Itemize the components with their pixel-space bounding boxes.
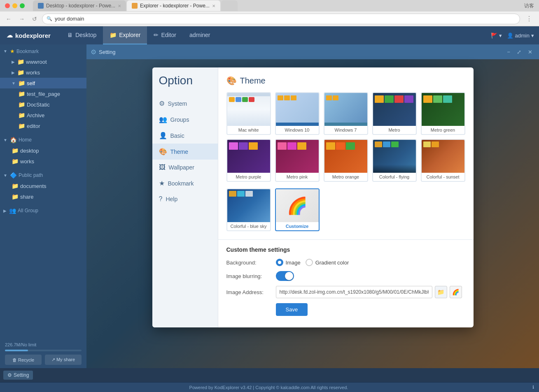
user-button[interactable]: 👤 admin ▾ [507,32,534,39]
browser-tab-3[interactable] [221,0,238,11]
theme-colorful-flying[interactable]: Colorful - flying [372,139,417,182]
flag-button[interactable]: 🚩 ▾ [491,32,502,39]
image-radio-option[interactable]: Image [276,259,301,266]
metro-purple-preview [227,140,270,173]
theme-metro-purple[interactable]: Metro purple [226,139,271,182]
sidebar-item-test-file-page[interactable]: 📁 test_file_page [0,88,86,99]
theme-metro[interactable]: Metro [372,92,417,135]
main-content: ⚙ Setting − ⤢ ✕ 小牛知识库 NIU ZHI SHI KU [86,44,539,368]
save-button[interactable]: Save [276,303,308,316]
myshare-button[interactable]: ↗ My share [45,355,82,365]
option-menu-basic[interactable]: 👤 Basic [152,128,218,144]
public-icon: 🔷 [10,172,17,179]
min-traffic-light[interactable] [12,3,17,8]
public-label: Public path [19,172,43,178]
metro-pink-preview [276,140,319,173]
explorer-icon: 📁 [110,32,117,38]
sidebar-bookmark-header[interactable]: ▼ ★ Bookmark [0,46,86,56]
browser-tab-1[interactable]: Desktop - kodexplorer - Powe... ✕ [33,0,126,11]
max-traffic-light[interactable] [20,3,25,8]
gradient-radio-circle [306,259,313,266]
close-button[interactable]: ✕ [525,48,535,56]
app: ☁ kodexplorer 🖥 Desktop 📁 Explorer ✏ Edi… [0,26,539,392]
nav-explorer[interactable]: 📁 Explorer [103,26,147,44]
background-control: Image Gradient color [276,259,349,266]
sidebar: ▼ ★ Bookmark ▶ 📁 wwwroot ▶ 📁 works ▼ 📁 [0,44,86,368]
blurring-toggle[interactable] [276,271,294,281]
nav-desktop[interactable]: 🖥 Desktop [61,26,103,44]
allgroup-label: All Group [18,208,38,213]
tab2-label: Explorer - kodexplorer - Powe... [140,3,210,9]
sidebar-item-home-works[interactable]: 📁 works [0,156,86,167]
option-menu-groups[interactable]: 👥 Groups [152,111,218,128]
theme-colorful-sunset[interactable]: Colorful - sunset [421,139,465,182]
share-label: share [20,194,34,200]
colorful-blue-sky-preview [227,189,270,222]
sidebar-item-desktop[interactable]: 📁 desktop [0,145,86,156]
theme-customize[interactable]: 🌈 Customize [275,188,320,231]
recycle-button[interactable]: 🗑 Recycle [5,355,42,365]
sidebar-item-editor[interactable]: 📁 editor [0,121,86,131]
colorful-sunset-preview [422,140,464,173]
sidebar-public-header[interactable]: ▼ 🔷 Public path [0,170,86,181]
home-works-label: works [20,158,34,165]
browser-tab-2[interactable]: Explorer - kodexplorer - Powe... ✕ [127,0,220,11]
sidebar-item-share[interactable]: 📁 share [0,191,86,202]
theme-metro-pink[interactable]: Metro pink [275,139,320,182]
address-label: Image Address: [226,289,276,295]
option-menu-theme[interactable]: 🎨 Theme [152,144,218,160]
wallpaper-icon: 🖼 [159,164,166,171]
test-file-page-label: test_file_page [27,91,60,97]
theme-grid-row2: Colorful - blue sky 🌈 Customize [226,188,465,231]
sidebar-item-archive[interactable]: 📁 Archive [0,110,86,121]
storage-bar-fill [5,350,28,351]
option-menu-bookmark[interactable]: ★ Bookmark [152,175,218,191]
theme-metro-orange[interactable]: Metro orange [324,139,368,182]
nav-adminer[interactable]: adminer [183,26,217,44]
nav-desktop-label: Desktop [75,32,96,38]
theme-header-title: Theme [240,76,266,86]
sidebar-item-self[interactable]: ▼ 📁 self [0,78,86,88]
browse-button[interactable]: 📁 [435,286,447,298]
help-label: Help [166,196,177,202]
works-chevron-icon: ▶ [12,70,15,75]
option-menu-wallpaper[interactable]: 🖼 Wallpaper [152,160,218,175]
close-traffic-light[interactable] [5,3,10,8]
theme-colorful-blue-sky[interactable]: Colorful - blue sky [226,188,271,231]
sidebar-allgroup-header[interactable]: ▶ 👥 All Group [0,205,86,216]
app-header: ☁ kodexplorer 🖥 Desktop 📁 Explorer ✏ Edi… [0,26,539,44]
colorful-blue-sky-label: Colorful - blue sky [227,222,270,230]
forward-button[interactable]: → [16,14,27,24]
theme-mac-white[interactable]: Mac white [226,92,271,135]
back-button[interactable]: ← [3,14,14,24]
wwwroot-folder-icon: 📁 [17,58,24,65]
theme-metro-green[interactable]: Metro green [421,92,465,135]
win7-preview [324,93,367,126]
background-area: 小牛知识库 NIU ZHI SHI KU Option ⚙ System [86,59,539,368]
image-address-input[interactable] [276,286,432,298]
blurring-setting-row: Image blurring: [226,271,465,281]
sidebar-item-documents[interactable]: 📁 documents [0,181,86,191]
color-button[interactable]: 🌈 [450,286,462,298]
option-menu-system[interactable]: ⚙ System [152,95,218,111]
sidebar-home-header[interactable]: ▼ 🏠 Home [0,135,86,145]
rainbow-icon: 🌈 [287,196,308,216]
refresh-button[interactable]: ↺ [30,14,40,24]
nav-editor-label: Editor [161,32,176,38]
sidebar-item-docstatic[interactable]: 📁 DocStatic [0,99,86,110]
gradient-radio-option[interactable]: Gradient color [306,259,349,266]
theme-windows-10[interactable]: Windows 10 [275,92,320,135]
sidebar-item-wwwroot[interactable]: ▶ 📁 wwwroot [0,56,86,67]
option-menu-help[interactable]: ? Help [152,191,218,207]
minimize-button[interactable]: − [504,48,513,56]
app-body: ▼ ★ Bookmark ▶ 📁 wwwroot ▶ 📁 works ▼ 📁 [0,44,539,368]
tab1-close[interactable]: ✕ [118,4,121,8]
maximize-button[interactable]: ⤢ [514,48,524,56]
sidebar-item-works[interactable]: ▶ 📁 works [0,67,86,78]
nav-editor[interactable]: ✏ Editor [147,26,183,44]
tab2-close[interactable]: ✕ [212,4,215,8]
more-button[interactable]: ⋮ [523,13,536,24]
address-bar[interactable]: 🔍 your domain [42,14,520,24]
setting-tab-item[interactable]: ⚙ Setting [3,371,33,380]
theme-windows-7[interactable]: Windows 7 [324,92,368,135]
